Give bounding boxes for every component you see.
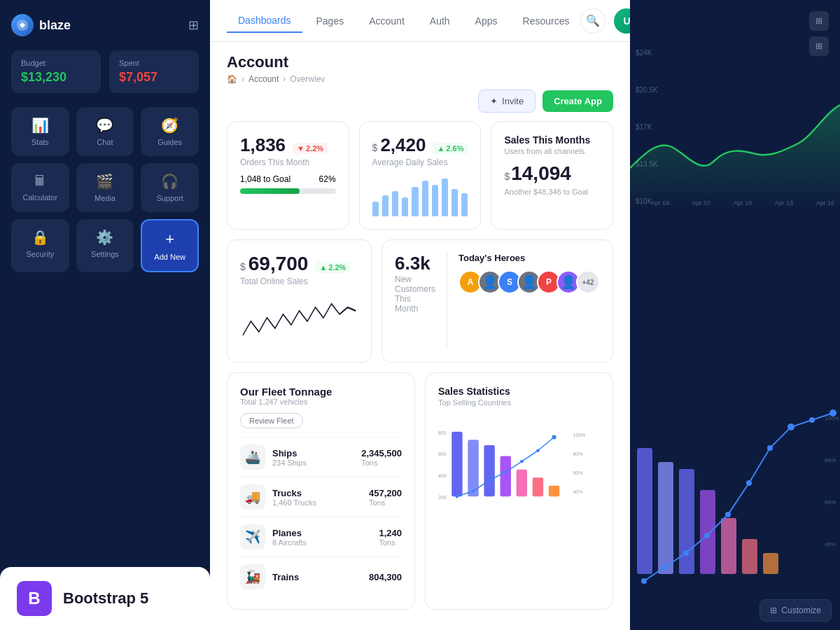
bottom-right-chart: 100% 80% 60% 40% — [630, 406, 840, 602]
invite-button[interactable]: ✦ Invite — [478, 90, 536, 113]
row2: $ 69,700 ▲ 2.2% Total Online Sales — [227, 239, 613, 363]
tab-resources[interactable]: Resources — [512, 9, 581, 33]
svg-rect-8 — [500, 456, 511, 496]
svg-point-30 — [641, 578, 647, 584]
sales-extra: Another $48,346 to Goal — [504, 188, 600, 196]
customize-label: Customize — [781, 606, 821, 615]
bootstrap-card: B Bootstrap 5 — [0, 567, 210, 630]
svg-rect-11 — [549, 486, 559, 496]
down-icon: ▼ — [297, 144, 304, 153]
bootstrap-label: Bootstrap 5 — [63, 589, 148, 608]
tab-pages[interactable]: Pages — [305, 9, 356, 33]
svg-rect-25 — [679, 469, 694, 574]
sidebar-grid: 📊 Stats 💬 Chat 🧭 Guides 🖩 Calculator 🎬 M… — [11, 107, 199, 272]
sidebar-item-support[interactable]: 🎧 Support — [141, 163, 199, 212]
online-dollar: $ — [240, 261, 246, 272]
tab-apps[interactable]: Apps — [464, 9, 509, 33]
sales-month-title: Sales This Months — [504, 134, 600, 146]
svg-text:600: 600 — [438, 451, 447, 456]
sidebar-item-add-new[interactable]: + Add New — [141, 219, 199, 272]
bar-7 — [432, 185, 438, 216]
row3: Our Fleet Tonnage Total 1,247 vehicles R… — [227, 372, 613, 610]
top-nav: Dashboards Pages Account Auth Apps Resou… — [210, 0, 630, 42]
trains-icon: 🚂 — [240, 564, 265, 589]
svg-point-35 — [746, 480, 752, 486]
sidebar-item-chat[interactable]: 💬 Chat — [76, 107, 134, 156]
sidebar-item-calculator[interactable]: 🖩 Calculator — [11, 163, 69, 212]
fleet-row-trucks: 🚚 Trucks 1,460 Trucks 457,200 Tons — [240, 477, 402, 517]
security-label: Security — [26, 250, 54, 258]
spent-value: $7,057 — [119, 70, 189, 85]
bar-chart — [372, 167, 468, 216]
sidebar-item-stats[interactable]: 📊 Stats — [11, 107, 69, 156]
heroes-avatars: A 👤 S 👤 P 👤 +42 — [458, 270, 600, 294]
svg-point-38 — [809, 417, 815, 423]
budget-row: Budget $13,230 Spent $7,057 — [11, 50, 199, 93]
x-label-4: Apr 13 — [775, 200, 794, 206]
svg-text:60%: 60% — [825, 499, 836, 505]
user-avatar[interactable]: U — [614, 8, 630, 34]
hero-count: +42 — [576, 270, 600, 294]
create-app-button[interactable]: Create App — [542, 90, 613, 112]
sales-stats-sub: Top Selling Countries — [438, 398, 600, 407]
tab-account[interactable]: Account — [358, 9, 416, 33]
logo-icon — [11, 14, 34, 36]
sidebar-item-settings[interactable]: ⚙️ Settings — [76, 219, 134, 272]
svg-text:100%: 100% — [573, 433, 586, 438]
online-sales-card: $ 69,700 ▲ 2.2% Total Online Sales — [227, 239, 372, 363]
svg-point-13 — [472, 489, 475, 493]
svg-point-31 — [662, 564, 668, 570]
daily-sales-card: $ 2,420 ▲ 2.6% Average Daily Sales — [359, 121, 482, 230]
chat-label: Chat — [97, 138, 113, 146]
svg-point-33 — [704, 533, 710, 538]
svg-point-37 — [788, 424, 794, 430]
dashboard-grid: 1,836 ▼ 2.2% Orders This Month 1,048 to … — [210, 121, 630, 630]
online-sales-label: Total Online Sales — [240, 276, 358, 286]
svg-point-36 — [767, 445, 773, 451]
review-fleet-button[interactable]: Review Fleet — [240, 413, 303, 428]
wavy-chart — [240, 293, 358, 349]
up-icon2: ▲ — [319, 263, 327, 272]
ships-icon: 🚢 — [240, 444, 265, 470]
x-label-1: Apr 04 — [651, 200, 670, 206]
sales-dollar: $ — [504, 171, 510, 182]
fleet-row-ships-left: 🚢 Ships 234 Ships — [240, 444, 307, 470]
svg-text:800: 800 — [438, 430, 447, 435]
svg-point-16 — [520, 460, 524, 463]
tab-dashboards[interactable]: Dashboards — [227, 9, 302, 33]
search-button[interactable]: 🔍 — [580, 8, 606, 34]
svg-text:80%: 80% — [825, 457, 836, 463]
fleet-sub: Total 1,247 vehicles — [240, 398, 402, 406]
sidebar-item-guides[interactable]: 🧭 Guides — [141, 107, 199, 156]
svg-text:400: 400 — [438, 473, 447, 478]
customers-heroes-card: 6.3k New Customers This Month Today's He… — [382, 239, 613, 363]
menu-icon[interactable]: ⊞ — [188, 18, 199, 33]
panel-control-1[interactable]: ⊞ — [809, 11, 829, 31]
customize-button[interactable]: ⊞ Customize — [760, 599, 832, 622]
svg-point-15 — [504, 470, 507, 474]
sidebar-item-security[interactable]: 🔒 Security — [11, 219, 69, 272]
trucks-count: 1,460 Trucks — [272, 498, 316, 507]
svg-point-14 — [488, 479, 491, 482]
svg-point-12 — [456, 495, 459, 498]
bar-2 — [382, 195, 388, 216]
chat-icon: 💬 — [96, 117, 113, 134]
sidebar-item-media[interactable]: 🎬 Media — [76, 163, 134, 212]
tab-auth[interactable]: Auth — [419, 9, 461, 33]
trains-name: Trains — [272, 572, 299, 582]
page-header: Account 🏠 › Account › Overwiev — [210, 42, 630, 90]
trucks-value: 457,200 — [369, 488, 402, 498]
nav-right: 🔍 U — [580, 8, 630, 34]
breadcrumb-account[interactable]: Account — [248, 74, 279, 84]
search-icon: 🔍 — [586, 14, 600, 27]
x-label-3: Apr 10 — [734, 200, 752, 206]
calculator-icon: 🖩 — [33, 173, 47, 189]
bar-10 — [461, 193, 468, 216]
planes-value: 1,240 — [379, 528, 402, 538]
support-label: Support — [156, 194, 183, 202]
sales-stats-card: Sales Statistics Top Selling Countries 8… — [425, 372, 613, 610]
guides-icon: 🧭 — [161, 117, 178, 134]
fleet-card: Our Fleet Tonnage Total 1,247 vehicles R… — [227, 372, 415, 610]
new-customers-label: New Customers This Month — [395, 274, 435, 314]
planes-unit: Tons — [379, 538, 402, 547]
